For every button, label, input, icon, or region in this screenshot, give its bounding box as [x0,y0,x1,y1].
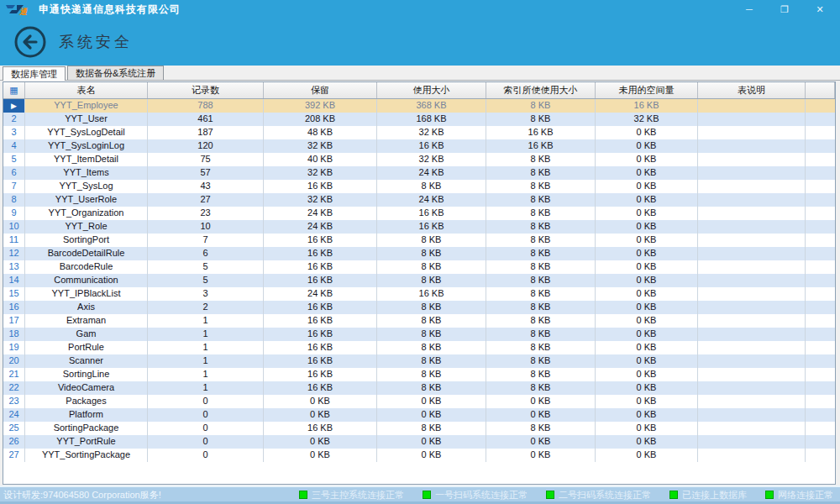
cell-reserved: 16 KB [264,422,377,435]
tab-backup-registration[interactable]: 数据备份&系统注册 [67,66,164,80]
cell-used-size: 16 KB [377,139,486,153]
select-all-header-cell[interactable]: ▦ [3,82,25,98]
status-indicator-label: 已连接上数据库 [682,489,747,501]
table-row[interactable]: 7YYT_SysLog4316 KB8 KB8 KB0 KB [3,180,835,193]
cell-record-count: 7 [148,234,264,247]
row-selector-cell[interactable]: 26 [3,435,25,449]
table-row[interactable]: 23Packages00 KB0 KB0 KB0 KB [3,395,835,408]
green-led-icon [546,491,554,499]
row-selector-cell[interactable]: 16 [3,301,25,314]
table-row[interactable]: 4YYT_SysLoginLog12032 KB16 KB16 KB0 KB [3,139,835,153]
table-row[interactable]: 12BarcodeDetailRule616 KB8 KB8 KB0 KB [3,247,835,260]
row-selector-cell[interactable]: 22 [3,381,25,395]
cell-filler [806,153,835,166]
row-selector-cell[interactable]: 19 [3,341,25,354]
row-selector-cell[interactable]: 6 [3,166,25,180]
row-selector-cell[interactable]: 5 [3,153,25,166]
table-row[interactable]: 18Gam116 KB8 KB8 KB0 KB [3,328,835,341]
row-selector-cell[interactable]: 2 [3,113,25,126]
row-selector-cell[interactable]: 11 [3,234,25,247]
cell-table-name: SortingPackage [25,422,148,435]
back-button[interactable] [13,25,47,59]
cell-unused-size: 0 KB [596,274,698,287]
row-selector-cell[interactable]: 18 [3,328,25,341]
cell-record-count: 1 [148,354,264,368]
table-row[interactable]: 21SortingLine116 KB8 KB8 KB0 KB [3,368,835,381]
table-row[interactable]: 20Scanner116 KB8 KB8 KB0 KB [3,354,835,368]
table-row[interactable]: 15YYT_IPBlackList324 KB16 KB8 KB0 KB [3,287,835,301]
cell-record-count: 57 [148,166,264,180]
cell-used-size: 8 KB [377,260,486,274]
cell-reserved: 32 KB [264,166,377,180]
close-button[interactable]: ✕ [813,1,827,18]
row-selector-cell[interactable]: 24 [3,408,25,422]
table-row[interactable]: 25SortingPackage016 KB8 KB8 KB0 KB [3,422,835,435]
minimize-button[interactable]: ─ [743,1,756,18]
page-title: 系统安全 [59,32,133,52]
table-row[interactable]: 3YYT_SysLogDetail18748 KB32 KB16 KB0 KB [3,126,835,139]
column-header[interactable]: 未用的空间量 [596,82,698,98]
table-row[interactable]: 9YYT_Organization2324 KB16 KB8 KB0 KB [3,207,835,220]
cell-unused-size: 0 KB [596,422,698,435]
table-row[interactable]: 16Axis216 KB8 KB8 KB0 KB [3,301,835,314]
cell-index-size: 8 KB [486,274,596,287]
row-selector-cell[interactable]: 20 [3,354,25,368]
cell-filler [806,408,835,422]
cell-table-name: Platform [25,408,148,422]
row-selector-cell[interactable]: 12 [3,247,25,260]
cell-reserved: 24 KB [264,287,377,301]
cell-index-size: 8 KB [486,260,596,274]
row-selector-cell[interactable]: 25 [3,422,25,435]
row-selector-cell[interactable]: 8 [3,193,25,207]
page-banner: 系统安全 [0,18,840,66]
table-row[interactable]: 26YYT_PortRule00 KB0 KB0 KB0 KB [3,435,835,449]
cell-used-size: 8 KB [377,381,486,395]
column-header[interactable]: 索引所使使用大小 [486,82,596,98]
table-row[interactable]: 8YYT_UserRole2732 KB24 KB8 KB0 KB [3,193,835,207]
cell-filler [806,180,835,193]
row-selector-cell[interactable]: 17 [3,314,25,328]
cell-used-size: 8 KB [377,354,486,368]
cell-record-count: 6 [148,247,264,260]
cell-table-name: BarcodeRule [25,260,148,274]
cell-description [698,180,806,193]
table-row[interactable]: 24Platform00 KB0 KB0 KB0 KB [3,408,835,422]
row-selector-cell[interactable]: 10 [3,220,25,234]
cell-index-size: 8 KB [486,368,596,381]
column-header[interactable]: 记录数 [148,82,264,98]
row-selector-cell[interactable]: 7 [3,180,25,193]
column-header[interactable]: 表说明 [698,82,806,98]
table-row[interactable]: 10YYT_Role1024 KB16 KB8 KB0 KB [3,220,835,234]
row-selector-cell[interactable]: 13 [3,260,25,274]
cell-index-size: 8 KB [486,153,596,166]
table-row[interactable]: 27YYT_SortingPackage00 KB0 KB0 KB0 KB [3,449,835,462]
row-selector-cell[interactable]: 9 [3,207,25,220]
row-selector-cell[interactable]: 14 [3,274,25,287]
table-row[interactable]: 22VideoCamera116 KB8 KB8 KB0 KB [3,381,835,395]
table-row[interactable]: 17Extraman116 KB8 KB8 KB0 KB [3,314,835,328]
cell-filler [806,166,835,180]
cell-used-size: 16 KB [377,287,486,301]
row-selector-cell[interactable]: ▶ [3,99,25,113]
row-selector-cell[interactable]: 3 [3,126,25,139]
table-row[interactable]: 11SortingPort716 KB8 KB8 KB0 KB [3,234,835,247]
table-row[interactable]: 6YYT_Items5732 KB24 KB8 KB0 KB [3,166,835,180]
row-selector-cell[interactable]: 4 [3,139,25,153]
table-row[interactable]: 2YYT_User461208 KB168 KB8 KB32 KB [3,113,835,126]
table-row[interactable]: ▶YYT_Employee788392 KB368 KB8 KB16 KB [3,99,835,113]
table-row[interactable]: 13BarcodeRule516 KB8 KB8 KB0 KB [3,260,835,274]
table-row[interactable]: 5YYT_ItemDetail7540 KB32 KB8 KB0 KB [3,153,835,166]
row-selector-cell[interactable]: 21 [3,368,25,381]
table-row[interactable]: 14Communication516 KB8 KB8 KB0 KB [3,274,835,287]
column-header[interactable]: 表名 [25,82,148,98]
cell-description [698,422,806,435]
table-row[interactable]: 19PortRule116 KB8 KB8 KB0 KB [3,341,835,354]
row-selector-cell[interactable]: 15 [3,287,25,301]
cell-table-name: YYT_SysLoginLog [25,139,148,153]
tab-database-management[interactable]: 数据库管理 [3,66,66,81]
row-selector-cell[interactable]: 23 [3,395,25,408]
column-header[interactable]: 保留 [264,82,377,98]
maximize-button[interactable]: ❐ [778,1,791,18]
row-selector-cell[interactable]: 27 [3,449,25,462]
column-header[interactable]: 使用大小 [377,82,486,98]
